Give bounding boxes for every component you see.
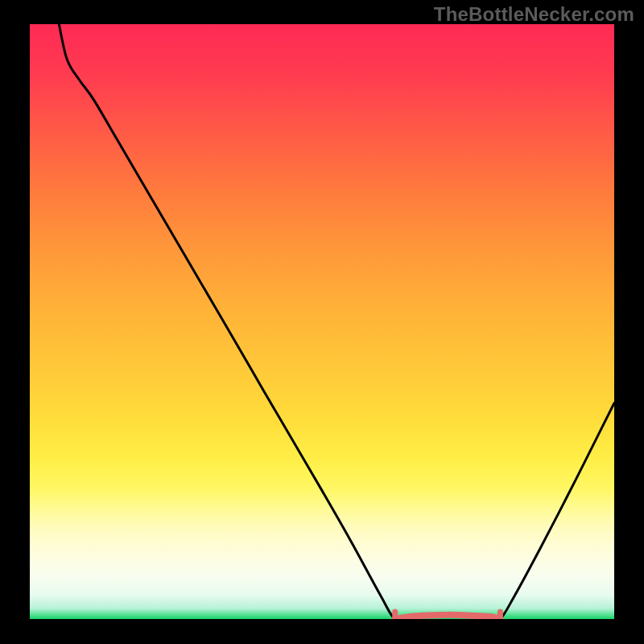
- chart-frame: TheBottleNecker.com: [0, 0, 644, 644]
- curve-main: [59, 24, 614, 619]
- watermark-text: TheBottleNecker.com: [434, 3, 634, 26]
- highlight-valley: [395, 615, 501, 619]
- plot-area: [30, 24, 614, 619]
- bottleneck-curve: [30, 24, 614, 619]
